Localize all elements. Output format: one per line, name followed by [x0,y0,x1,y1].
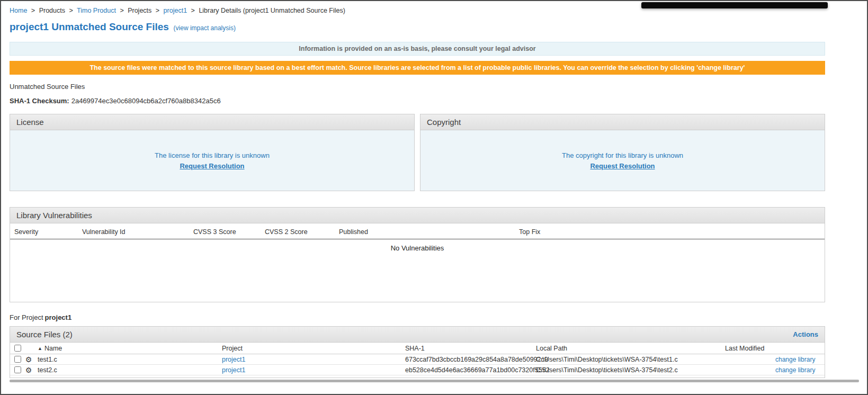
file-name-cell: test2.c [35,366,218,374]
copyright-unknown-message: The copyright for this library is unknow… [562,151,683,159]
column-header-sha1: SHA-1 [401,345,532,352]
sha1-cell: 673ccaf7bd3cbccb169a29c854a8a78de50992c9 [401,356,532,363]
project-cell: project1 [218,356,401,363]
gear-icon[interactable]: ⚙ [25,355,32,364]
sha1-checksum: SHA-1 Checksum:2a469974ec3e0c68094cb6a2c… [10,97,825,105]
breadcrumb-home[interactable]: Home [10,7,27,14]
project-cell: project1 [218,366,401,374]
page-title: project1 Unmatched Source Files [10,21,169,32]
table-row: ⚙ test1.c project1 673ccaf7bd3cbccb169a2… [10,354,825,365]
source-files-header-row: ▲Name Project SHA-1 Local Path Last Modi… [10,343,825,354]
select-all-checkbox[interactable] [14,345,21,352]
sha1-cell: eb528ce4d5d4e6ac36669a77a1bd00c7320f5552 [401,366,532,374]
copyright-panel-body: The copyright for this library is unknow… [420,130,825,191]
change-library-link[interactable]: change library [775,356,815,363]
row-action-cell: change library [772,356,825,363]
select-all-cell [10,345,22,352]
column-header-published: Published [339,228,519,236]
main-content: Information is provided on an as-is basi… [10,42,825,378]
row-gear-cell: ⚙ [22,366,35,374]
column-header-local-path: Local Path [532,345,721,352]
column-header-cvss2-score: CVSS 2 Score [265,228,339,236]
sort-ascending-icon: ▲ [38,346,42,351]
horizontal-scrollbar[interactable] [10,380,859,382]
vulnerabilities-panel-title: Library Vulnerabilities [10,208,825,223]
license-unknown-message: The license for this library is unknown [155,151,270,159]
for-project-prefix: For Project [10,313,43,321]
change-library-link[interactable]: change library [775,366,815,374]
source-files-panel: Source Files (2) Actions ▲Name Project S… [10,326,825,378]
breadcrumb-separator: > [156,7,159,14]
breadcrumb-separator: > [191,7,195,14]
license-request-resolution-link[interactable]: Request Resolution [180,162,244,170]
sha1-label: SHA-1 Checksum: [10,97,69,105]
browser-artifact-black-bar [641,2,828,8]
row-gear-cell: ⚙ [22,355,35,364]
breadcrumb-library-details: Library Details (project1 Unmatched Sour… [199,7,345,14]
breadcrumb-timo-product[interactable]: Timo Product [77,7,116,14]
column-header-last-modified: Last Modified [721,345,772,352]
breadcrumb-separator: > [120,7,123,14]
row-checkbox[interactable] [14,356,21,363]
license-panel: License The license for this library is … [10,114,415,191]
copyright-request-resolution-link[interactable]: Request Resolution [590,162,655,170]
license-panel-body: The license for this library is unknown … [10,130,414,191]
column-header-vulnerability-id: Vulnerability Id [82,228,193,236]
project-link[interactable]: project1 [222,356,245,363]
vulnerabilities-header-row: Severity Vulnerability Id CVSS 3 Score C… [10,223,825,239]
source-files-header: Source Files (2) Actions [10,327,825,343]
warning-banner: The source files were matched to this so… [10,61,825,75]
breadcrumb-separator: > [31,7,35,14]
breadcrumb-projects: Projects [128,7,151,14]
sha1-value: 2a469974ec3e0c68094cb6a2cf760a8b8342a5c6 [71,97,221,105]
license-panel-title: License [10,114,414,130]
project-link[interactable]: project1 [222,366,245,374]
vulnerabilities-panel: Library Vulnerabilities Severity Vulnera… [10,207,825,302]
local-path-cell: C:\Users\Timi\Desktop\tickets\WSA-3754\t… [532,356,721,363]
local-path-cell: C:\Users\Timi\Desktop\tickets\WSA-3754\t… [532,366,721,374]
table-row: ⚙ test2.c project1 eb528ce4d5d4e6ac36669… [10,365,825,375]
breadcrumb-products: Products [39,7,65,14]
row-select-cell [10,356,22,363]
copyright-panel-title: Copyright [420,114,825,130]
info-banner: Information is provided on an as-is basi… [10,42,825,56]
row-checkbox[interactable] [14,366,21,373]
copyright-panel: Copyright The copyright for this library… [420,114,825,191]
vulnerabilities-table: Severity Vulnerability Id CVSS 3 Score C… [10,223,825,302]
source-files-title: Source Files (2) [16,330,73,339]
gear-icon[interactable]: ⚙ [25,366,32,374]
column-header-top-fix: Top Fix [519,228,825,236]
breadcrumb-separator: > [69,7,73,14]
library-name: Unmatched Source Files [10,83,825,91]
breadcrumb-project1[interactable]: project1 [164,7,187,14]
file-name-cell: test1.c [35,356,218,363]
column-header-severity: Severity [10,228,82,236]
for-project-name: project1 [45,313,72,321]
column-header-cvss3-score: CVSS 3 Score [193,228,265,236]
for-project-label: For Projectproject1 [10,313,825,321]
column-header-project: Project [218,345,401,352]
column-header-name-label: Name [44,345,62,352]
actions-button[interactable]: Actions [793,330,818,338]
table-filler [10,375,825,378]
page-header: project1 Unmatched Source Files (view im… [1,14,867,33]
row-action-cell: change library [772,366,825,374]
column-header-name[interactable]: ▲Name [35,345,218,352]
row-select-cell [10,366,22,373]
view-impact-analysis-link[interactable]: (view impact analysis) [174,24,236,32]
no-vulnerabilities-message: No Vulnerabilities [10,244,825,252]
